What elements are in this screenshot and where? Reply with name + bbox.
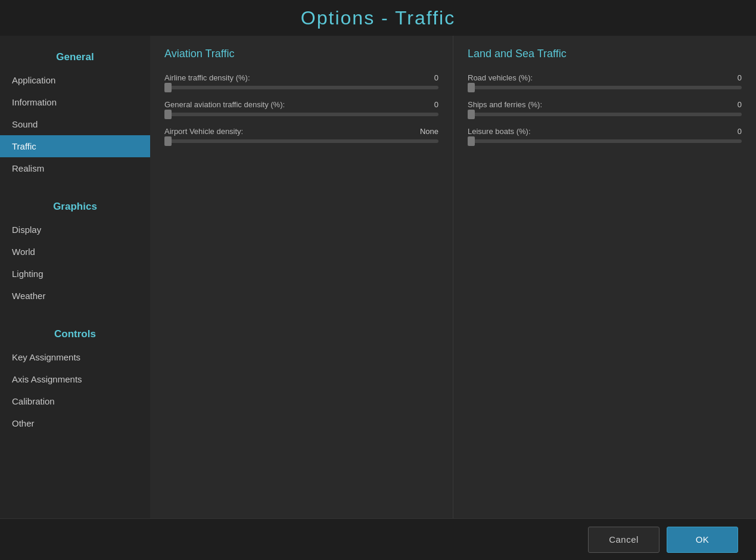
aviation-traffic-panel: Aviation Traffic Airline traffic density… [150,36,453,518]
sidebar-item-traffic[interactable]: Traffic [0,135,150,157]
general-aviation-thumb[interactable] [164,110,172,119]
road-vehicles-row: Road vehicles (%): 0 [468,73,742,89]
general-aviation-density-row: General aviation traffic density (%): 0 [164,100,438,116]
content-area: Aviation Traffic Airline traffic density… [150,36,756,518]
leisure-boats-row: Leisure boats (%): 0 [468,127,742,143]
title-bar: Options - Traffic [0,0,756,36]
sidebar-item-realism[interactable]: Realism [0,157,150,179]
sidebar-item-calibration[interactable]: Calibration [0,390,150,412]
cancel-button[interactable]: Cancel [588,527,659,553]
main-layout: General Application Information Sound Tr… [0,36,756,518]
ships-ferries-slider[interactable] [468,113,742,116]
ships-ferries-row: Ships and ferries (%): 0 [468,100,742,116]
airline-density-thumb[interactable] [164,83,172,92]
airline-density-label: Airline traffic density (%): [164,73,250,82]
leisure-boats-thumb[interactable] [468,136,475,146]
page-title: Options - Traffic [301,7,455,29]
sidebar-item-weather[interactable]: Weather [0,285,150,307]
sidebar-item-information[interactable]: Information [0,91,150,113]
aviation-traffic-title: Aviation Traffic [164,48,438,60]
ships-ferries-value: 0 [738,100,742,109]
leisure-boats-slider[interactable] [468,139,742,143]
leisure-boats-value: 0 [738,127,742,136]
bottom-bar: Cancel OK [0,518,756,560]
sidebar-item-application[interactable]: Application [0,69,150,91]
airport-vehicle-label: Airport Vehicle density: [164,127,243,136]
airport-vehicle-value: None [420,127,438,136]
ok-button[interactable]: OK [667,527,738,553]
leisure-boats-label: Leisure boats (%): [468,127,531,136]
general-aviation-label: General aviation traffic density (%): [164,100,285,109]
airport-vehicle-density-row: Airport Vehicle density: None [164,127,438,143]
sidebar-item-key-assignments[interactable]: Key Assignments [0,346,150,368]
road-vehicles-slider[interactable] [468,86,742,89]
graphics-section-header: Graphics [0,191,150,219]
airline-density-row: Airline traffic density (%): 0 [164,73,438,89]
general-aviation-slider[interactable] [164,113,438,116]
sidebar-item-sound[interactable]: Sound [0,113,150,135]
airline-density-slider[interactable] [164,86,438,89]
general-section-header: General [0,42,150,69]
sidebar-item-display[interactable]: Display [0,219,150,241]
ships-ferries-thumb[interactable] [468,110,475,119]
sidebar-item-axis-assignments[interactable]: Axis Assignments [0,368,150,390]
ships-ferries-label: Ships and ferries (%): [468,100,542,109]
general-aviation-value: 0 [434,100,438,109]
airline-density-value: 0 [434,73,438,82]
sidebar: General Application Information Sound Tr… [0,36,150,518]
controls-section-header: Controls [0,319,150,346]
road-vehicles-label: Road vehicles (%): [468,73,533,82]
land-sea-traffic-title: Land and Sea Traffic [468,48,742,60]
land-sea-traffic-panel: Land and Sea Traffic Road vehicles (%): … [453,36,756,518]
sidebar-item-other[interactable]: Other [0,412,150,434]
road-vehicles-value: 0 [738,73,742,82]
sidebar-item-world[interactable]: World [0,241,150,263]
sidebar-item-lighting[interactable]: Lighting [0,263,150,285]
road-vehicles-thumb[interactable] [468,83,475,92]
airport-vehicle-thumb[interactable] [164,136,172,146]
airport-vehicle-slider[interactable] [164,139,438,143]
